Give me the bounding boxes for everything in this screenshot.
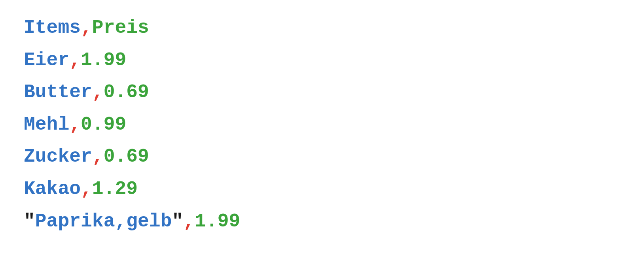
csv-token: 0.69: [104, 81, 149, 103]
csv-token: ,: [69, 49, 81, 71]
csv-token: 0.69: [104, 146, 149, 167]
csv-token: Mehl: [24, 114, 69, 135]
csv-token: ,: [92, 146, 104, 167]
csv-token: Preis: [92, 17, 149, 38]
csv-line: Mehl,0.99: [24, 109, 620, 141]
csv-line: Items,Preis: [24, 12, 620, 44]
csv-token: ": [24, 211, 35, 232]
csv-token: Kakao: [24, 178, 81, 200]
csv-line: Zucker,0.69: [24, 141, 620, 173]
csv-token: 0.99: [81, 114, 126, 135]
csv-line: Butter,0.69: [24, 76, 620, 109]
csv-token: ,: [81, 178, 92, 200]
csv-token: ,: [183, 211, 195, 232]
csv-line: Eier,1.99: [24, 44, 620, 77]
csv-token: ,: [81, 17, 92, 38]
csv-token: 1.29: [92, 178, 138, 200]
csv-token: 1.99: [195, 211, 240, 232]
csv-token: Items: [24, 17, 81, 38]
csv-token: ,: [69, 114, 81, 135]
csv-token: ,: [92, 81, 104, 103]
csv-token: 1.99: [81, 49, 126, 71]
csv-line: "Paprika,gelb",1.99: [24, 206, 620, 238]
csv-line: Kakao,1.29: [24, 173, 620, 206]
csv-token: Butter: [24, 81, 92, 103]
csv-token: Eier: [24, 49, 69, 71]
csv-token: Paprika,gelb: [35, 211, 172, 232]
csv-token: Zucker: [24, 146, 92, 167]
csv-code-block: Items,PreisEier,1.99Butter,0.69Mehl,0.99…: [24, 12, 620, 238]
csv-token: ": [172, 211, 183, 232]
